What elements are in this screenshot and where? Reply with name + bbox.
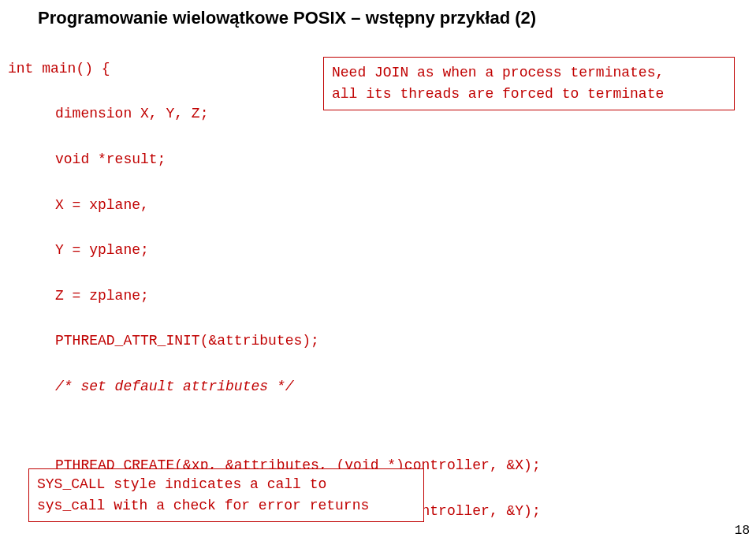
code-comment: /* set default attributes */ (8, 375, 756, 398)
callout-line: sys_call with a check for error returns (37, 495, 415, 517)
callout-line: all its threads are forced to terminate (332, 84, 726, 105)
code-line: Y = yplane; (8, 239, 756, 262)
code-line: PTHREAD_ATTR_INIT(&attributes); (8, 330, 756, 353)
callout-line: SYS_CALL style indicates a call to (37, 474, 415, 495)
callout-box-syscall: SYS_CALL style indicates a call to sys_c… (28, 468, 424, 522)
page-number: 18 (735, 524, 750, 538)
callout-line: Need JOIN as when a process terminates, (332, 62, 726, 84)
code-line: Z = zplane; (8, 285, 756, 308)
callout-box-join: Need JOIN as when a process terminates, … (323, 57, 735, 110)
slide-title: Programowanie wielowątkowe POSIX – wstęp… (0, 0, 756, 35)
code-block: int main() { dimension X, Y, Z; void *re… (0, 35, 756, 541)
code-line: void *result; (8, 148, 756, 171)
code-line: X = xplane, (8, 194, 756, 217)
